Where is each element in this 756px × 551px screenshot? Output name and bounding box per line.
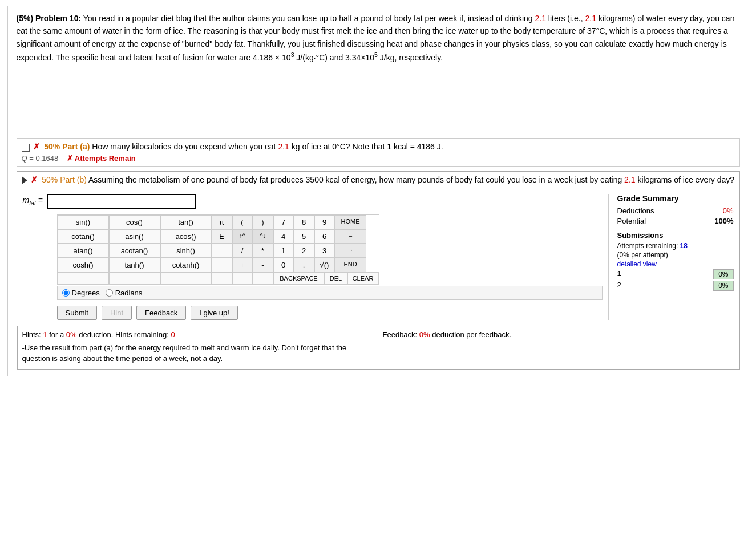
action-buttons: Submit Hint Feedback I give up! — [57, 306, 603, 320]
hints-panel: Hints: 1 for a 0% deduction. Hints remai… — [18, 326, 378, 369]
hint-count: 1 — [43, 330, 47, 339]
btn-backspace[interactable]: BACKSPACE — [273, 272, 325, 285]
attempts-val: 18 — [680, 242, 688, 250]
btn-1[interactable]: 1 — [273, 244, 294, 258]
btn-dot[interactable]: . — [294, 258, 314, 272]
radians-label[interactable]: Radians — [106, 289, 143, 297]
btn-home[interactable]: HOME — [335, 215, 366, 229]
var-label: mfat = — [23, 196, 43, 206]
input-row: mfat = — [23, 194, 603, 209]
part-a-answer-text: Q — [22, 154, 27, 163]
btn-acos[interactable]: acos() — [160, 229, 212, 244]
btn-pi[interactable]: π — [212, 215, 232, 229]
potential-label: Potential — [617, 217, 646, 225]
btn-atan[interactable]: atan() — [58, 244, 109, 258]
btn-tanh[interactable]: tanh() — [109, 258, 160, 272]
part-a-section: ✗ 50% Part (a) How many kilocalories do … — [17, 138, 740, 166]
sub-num-2: 2 — [617, 281, 621, 291]
main-container: (5%) Problem 10: You read in a popular d… — [7, 6, 749, 376]
btn-0[interactable]: 0 — [273, 258, 294, 272]
feedback-button[interactable]: Feedback — [136, 306, 186, 320]
btn-left-arrow[interactable]: – — [335, 229, 366, 244]
btn-open-paren[interactable]: ( — [232, 215, 253, 229]
btn-sinh[interactable]: sinh() — [160, 244, 212, 258]
deg-rad-row: Degrees Radians — [57, 286, 603, 300]
checkbox-icon-a — [22, 144, 30, 152]
btn-e[interactable]: E — [212, 229, 232, 244]
potential-val: 100% — [714, 217, 733, 225]
btn-9[interactable]: 9 — [314, 215, 335, 229]
feedback-deduction-val: 0% — [419, 330, 430, 339]
btn-down-exp[interactable]: ^↓ — [253, 229, 273, 244]
btn-sqrt[interactable]: √() — [314, 258, 335, 272]
deductions-row: Deductions 0% — [617, 206, 734, 215]
feedback-label: Feedback: — [383, 330, 418, 339]
btn-8[interactable]: 8 — [294, 215, 314, 229]
calc-row-3: atan() acotan() sinh() / * 1 2 3 → — [58, 244, 379, 258]
btn-empty-5b — [109, 272, 160, 285]
submissions-section: Submissions Attempts remaining: 18 (0% p… — [617, 231, 734, 291]
deductions-val: 0% — [723, 206, 734, 215]
btn-2[interactable]: 2 — [294, 244, 314, 258]
btn-empty-r3 — [212, 244, 232, 258]
btn-clear[interactable]: CLEAR — [347, 272, 379, 285]
part-b-section: ✗ 50% Part (b) Assuming the metabolism o… — [17, 171, 740, 370]
spacer — [17, 70, 740, 138]
part-a-label: 50% Part (a) — [44, 142, 90, 151]
btn-up-exp[interactable]: ↑^ — [232, 229, 253, 244]
btn-sin[interactable]: sin() — [58, 215, 109, 229]
btn-7[interactable]: 7 — [273, 215, 294, 229]
calc-row-1: sin() cos() tan() π ( ) 7 8 9 HOME — [58, 215, 379, 229]
grade-summary-panel: Grade Summary Deductions 0% Potential 10… — [608, 194, 734, 320]
part-b-question: Assuming the metabolism of one pound of … — [88, 175, 734, 184]
attempts-remain-text: ✗ Attempts Remain — [67, 154, 136, 163]
hint-button[interactable]: Hint — [102, 306, 132, 320]
hints-title: Hints: 1 for a 0% deduction. Hints remai… — [22, 330, 373, 339]
submission-row-2: 2 0% — [617, 281, 734, 291]
btn-divide[interactable]: / — [232, 244, 253, 258]
btn-empty-5a — [58, 272, 109, 285]
triangle-icon-b — [22, 176, 27, 184]
give-up-button[interactable]: I give up! — [191, 306, 238, 320]
sub-pct-2: 0% — [713, 281, 733, 291]
calc-row-5: BACKSPACE DEL CLEAR — [58, 272, 379, 285]
btn-plus[interactable]: + — [232, 258, 253, 272]
submit-button[interactable]: Submit — [57, 306, 97, 320]
btn-tan[interactable]: tan() — [160, 215, 212, 229]
btn-right-arrow[interactable]: → — [335, 244, 366, 258]
btn-cos[interactable]: cos() — [109, 215, 160, 229]
btn-close-paren[interactable]: ) — [253, 215, 273, 229]
part-a-header: ✗ 50% Part (a) How many kilocalories do … — [22, 142, 735, 151]
radians-radio[interactable] — [106, 289, 113, 297]
btn-cotan[interactable]: cotan() — [58, 229, 109, 244]
x-icon-a: ✗ — [33, 142, 40, 151]
btn-end[interactable]: END — [335, 258, 366, 272]
btn-6[interactable]: 6 — [314, 229, 335, 244]
part-a-answer-row: Q = 0.1648 ✗ Attempts Remain — [22, 154, 735, 163]
btn-5[interactable]: 5 — [294, 229, 314, 244]
sub-num-1: 1 — [617, 269, 621, 279]
x-icon-b: ✗ — [31, 175, 38, 184]
btn-acotan[interactable]: acotan() — [109, 244, 160, 258]
part-b-header: ✗ 50% Part (b) Assuming the metabolism o… — [17, 172, 739, 188]
btn-empty-5e — [232, 272, 253, 285]
btn-4[interactable]: 4 — [273, 229, 294, 244]
degrees-label[interactable]: Degrees — [62, 289, 100, 297]
btn-asin[interactable]: asin() — [109, 229, 160, 244]
btn-multiply[interactable]: * — [253, 244, 273, 258]
answer-input-b[interactable] — [47, 194, 196, 209]
btn-empty-5f — [253, 272, 273, 285]
btn-3[interactable]: 3 — [314, 244, 335, 258]
detailed-view-link[interactable]: detailed view — [617, 260, 734, 268]
submissions-title: Submissions — [617, 231, 734, 240]
calc-grid: sin() cos() tan() π ( ) 7 8 9 HOME — [57, 214, 379, 285]
btn-del[interactable]: DEL — [325, 272, 347, 285]
btn-cosh[interactable]: cosh() — [58, 258, 109, 272]
part-b-label: 50% Part (b) — [42, 175, 87, 184]
calculator: sin() cos() tan() π ( ) 7 8 9 HOME — [57, 214, 603, 300]
btn-cotanh[interactable]: cotanh() — [160, 258, 212, 272]
btn-minus[interactable]: - — [253, 258, 273, 272]
degrees-radio[interactable] — [62, 289, 70, 297]
bottom-section: Hints: 1 for a 0% deduction. Hints remai… — [17, 326, 739, 370]
per-attempt-text: (0% per attempt) — [617, 251, 734, 259]
